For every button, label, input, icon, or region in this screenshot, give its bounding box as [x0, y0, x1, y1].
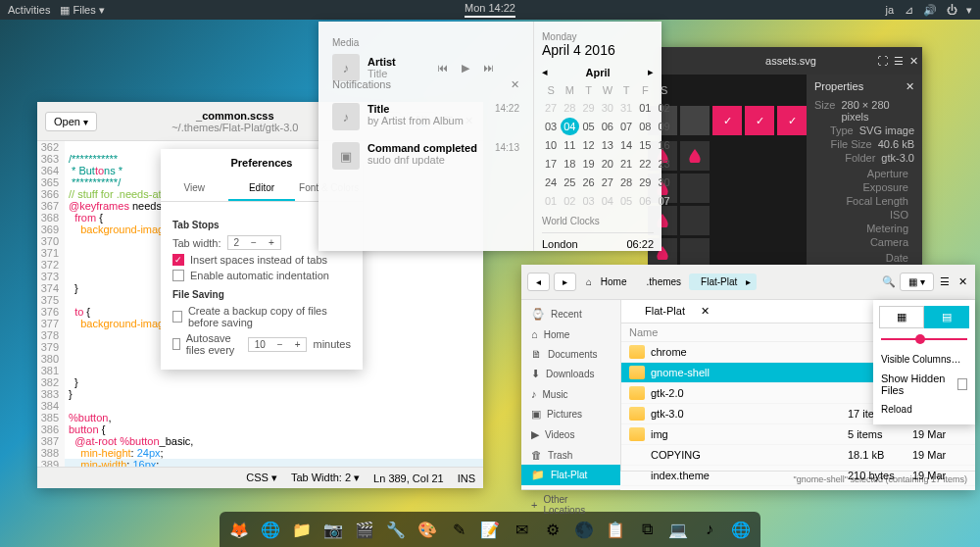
image-canvas[interactable]: ✓✓✓ [660, 75, 807, 266]
cal-day[interactable]: 17 [542, 155, 560, 173]
cal-day[interactable]: 06 [599, 118, 616, 135]
close-icon[interactable]: ✕ [956, 275, 969, 289]
system-menu-chevron[interactable]: ▾ [966, 4, 972, 17]
cal-day[interactable]: 09 [656, 118, 673, 135]
cal-day[interactable]: 31 [617, 99, 635, 117]
fullscreen-icon[interactable]: ⛶ [877, 55, 888, 68]
tab-view[interactable]: View [161, 176, 228, 201]
dock-app[interactable]: 🦊 [225, 516, 253, 543]
dock-app[interactable]: 📷 [319, 516, 347, 543]
close-icon[interactable]: ✕ [909, 55, 918, 68]
dock-app[interactable]: 🎨 [414, 516, 441, 543]
autosave-spinner[interactable]: 10−+ [248, 337, 308, 352]
cal-day[interactable]: 07 [617, 118, 635, 135]
media-play-icon[interactable]: ▶ [462, 62, 469, 75]
cal-day[interactable]: 15 [636, 136, 654, 154]
cal-day[interactable]: 10 [542, 136, 560, 154]
clock[interactable]: Mon 14:22 [465, 2, 515, 18]
cal-day[interactable]: 20 [599, 155, 616, 173]
cal-day[interactable]: 03 [542, 118, 560, 135]
cal-day[interactable]: 02 [561, 192, 578, 210]
cal-day[interactable]: 25 [561, 174, 578, 191]
cal-day[interactable]: 06 [636, 192, 654, 210]
cal-day[interactable]: 14 [617, 136, 635, 154]
chk-backup[interactable] [172, 311, 182, 323]
dock-app[interactable]: ✉ [508, 516, 535, 543]
cal-day[interactable]: 27 [599, 174, 616, 191]
clear-notifications-icon[interactable]: ✕ [511, 78, 519, 91]
sidebar-item-documents[interactable]: 🗎Documents [521, 344, 620, 364]
hamburger-icon[interactable]: ☰ [938, 275, 952, 289]
chk-spaces[interactable]: ✓ [172, 254, 184, 266]
lang-indicator[interactable]: ja [885, 4, 894, 16]
cal-day[interactable]: 01 [542, 192, 560, 210]
forward-button[interactable]: ▸ [554, 273, 576, 291]
menu-visible-columns[interactable]: Visible Columns… [879, 350, 969, 369]
notification-item[interactable]: ♪Titleby Artist from Album14:22 [332, 97, 519, 136]
cal-day[interactable]: 28 [561, 99, 578, 117]
cal-day[interactable]: 30 [656, 174, 673, 191]
chk-autoindent[interactable] [172, 270, 184, 281]
cal-day[interactable]: 13 [599, 136, 616, 154]
crumb-themes[interactable]: .themes [641, 274, 688, 290]
cal-day[interactable]: 28 [617, 174, 635, 191]
lang-selector[interactable]: CSS ▾ [246, 472, 277, 484]
chk-autosave[interactable] [172, 338, 180, 350]
cal-day[interactable]: 01 [636, 99, 654, 117]
menu-hidden-files[interactable]: Show Hidden Files [881, 373, 957, 396]
dock-app[interactable]: 📋 [602, 516, 629, 543]
media-prev-icon[interactable]: ⏮ [437, 62, 448, 75]
view-toggle[interactable]: ▦ ▾ [900, 273, 934, 291]
network-icon[interactable]: ⊿ [902, 3, 915, 17]
dock-app[interactable]: 🔧 [382, 516, 410, 543]
cal-day[interactable]: 26 [580, 174, 598, 191]
cal-day[interactable]: 05 [580, 118, 598, 135]
dock-app[interactable]: ⧉ [633, 516, 661, 543]
cal-day[interactable]: 24 [542, 174, 560, 191]
hamburger-icon[interactable]: ☰ [894, 55, 904, 68]
cal-day[interactable]: 21 [617, 155, 635, 173]
dock-app[interactable]: 💻 [664, 516, 692, 543]
cal-day[interactable]: 12 [580, 136, 598, 154]
dock-app[interactable]: 🌐 [727, 516, 755, 543]
cal-day[interactable]: 07 [656, 192, 673, 210]
file-row[interactable]: index.theme210 bytes19 Mar [621, 466, 975, 486]
cal-day[interactable]: 23 [656, 155, 673, 173]
notification-item[interactable]: ▣Command completedsudo dnf update14:13 [332, 136, 519, 175]
dock-app[interactable]: 📁 [288, 516, 316, 543]
cal-day[interactable]: 16 [656, 136, 673, 154]
cal-day[interactable]: 27 [542, 99, 560, 117]
view-list-icon[interactable]: ▦ [879, 306, 924, 328]
power-icon[interactable]: ⏻ [945, 3, 958, 17]
appmenu-files[interactable]: ▦ Files ▾ [60, 4, 104, 17]
cal-day[interactable]: 18 [561, 155, 578, 173]
dock-app[interactable]: 🎬 [351, 516, 378, 543]
media-next-icon[interactable]: ⏭ [483, 62, 494, 75]
cal-day[interactable]: 19 [580, 155, 598, 173]
cal-day[interactable]: 29 [636, 174, 654, 191]
search-icon[interactable]: 🔍 [882, 275, 896, 289]
cal-day[interactable]: 04 [561, 118, 578, 135]
view-grid-icon[interactable]: ▤ [924, 306, 969, 328]
cal-day[interactable]: 22 [636, 155, 654, 173]
cal-day[interactable]: 02 [656, 99, 673, 117]
cal-day[interactable]: 11 [561, 136, 578, 154]
chk-hidden[interactable] [957, 378, 967, 390]
cal-day[interactable]: 08 [636, 118, 654, 135]
cal-day[interactable]: 30 [599, 99, 616, 117]
sidebar-item-pictures[interactable]: ▣Pictures [521, 404, 620, 424]
file-row[interactable]: COPYING18.1 kB19 Mar [621, 445, 975, 466]
cal-day[interactable]: 05 [617, 192, 635, 210]
zoom-slider[interactable] [881, 338, 967, 340]
cal-day[interactable]: 29 [580, 99, 598, 117]
open-button[interactable]: Open ▾ [45, 112, 97, 131]
tabwidth-selector[interactable]: Tab Width: 2 ▾ [291, 472, 360, 484]
file-row[interactable]: img5 items19 Mar [621, 424, 975, 445]
crumb-home[interactable]: Home [595, 274, 633, 290]
sidebar-item-videos[interactable]: ▶Videos [521, 424, 620, 445]
volume-icon[interactable]: 🔊 [923, 3, 937, 17]
dock-app[interactable]: ⚙ [539, 516, 566, 543]
activities-button[interactable]: Activities [8, 4, 50, 16]
back-button[interactable]: ◂ [527, 273, 550, 291]
dock-app[interactable]: 🌑 [570, 516, 598, 543]
